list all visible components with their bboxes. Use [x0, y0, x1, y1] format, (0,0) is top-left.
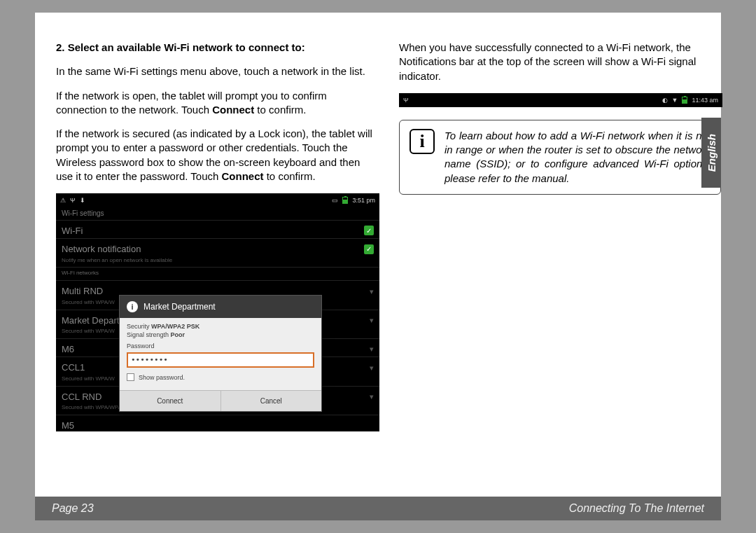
step-heading: 2. Select an available Wi-Fi network to … — [56, 41, 378, 55]
cancel-button[interactable]: Cancel — [221, 391, 322, 412]
wifi-icon: ▾ — [370, 344, 374, 354]
checkbox-icon[interactable] — [127, 373, 134, 381]
show-password-row[interactable]: Show password. — [127, 373, 314, 382]
wifi-connect-dialog: i Market Department Security WPA/WPA2 PS… — [119, 295, 322, 412]
battery-icon — [682, 97, 687, 104]
sync-icon: ◐ — [662, 96, 668, 104]
dialog-header: i Market Department — [120, 296, 321, 318]
status-right-icons: ▭ 3:51 pm — [332, 196, 375, 205]
check-icon: ✓ — [364, 226, 374, 235]
network-row: M5 — [56, 415, 379, 434]
section-title: Connecting To The Internet — [569, 502, 704, 515]
dialog-buttons: Connect Cancel — [120, 390, 321, 412]
wifi-lock-icon: ▾ — [370, 286, 374, 297]
right-paragraph: When you have successfully connected to … — [399, 41, 721, 83]
wifi-lock-icon: ▾ — [370, 392, 374, 402]
status-left-icons: ⚠ Ψ ⬇ — [60, 196, 85, 205]
wifi-signal-icon: ▼ — [672, 96, 678, 104]
wifi-lock-icon: ▾ — [370, 363, 374, 373]
paragraph-2: If the network is open, the tablet will … — [56, 89, 378, 118]
paragraph-1: In the same Wi-Fi settings menu above, t… — [56, 64, 378, 78]
right-column: When you have successfully connected to … — [399, 41, 721, 431]
network-notif-row: Network notification ✓ — [56, 238, 379, 257]
screen-title: Wi-Fi settings — [56, 207, 379, 220]
page-footer: Page 23 Connecting To The Internet — [35, 497, 721, 520]
language-tab: English — [701, 118, 721, 188]
wifi-lock-icon: ▾ — [370, 315, 374, 326]
dialog-title: Market Department — [144, 301, 216, 312]
password-input[interactable]: •••••••• — [127, 352, 314, 368]
usb-icon: Ψ — [403, 96, 409, 104]
battery-icon — [342, 197, 348, 204]
left-column: 2. Select an available Wi-Fi network to … — [56, 41, 378, 431]
usb-icon: Ψ — [70, 196, 76, 205]
paragraph-3: If the network is secured (as indicated … — [56, 127, 378, 184]
status-time: 11:43 am — [692, 96, 718, 104]
notification-bar-screenshot: Ψ ◐ ▼ 11:43 am — [399, 93, 722, 107]
info-icon: i — [410, 129, 435, 154]
manual-page: 2. Select an available Wi-Fi network to … — [35, 13, 721, 520]
info-text: To learn about how to add a Wi-Fi networ… — [444, 129, 710, 186]
info-callout: i To learn about how to add a Wi-Fi netw… — [399, 120, 721, 195]
section-header: Wi-Fi networks — [56, 267, 379, 280]
status-time: 3:51 pm — [352, 196, 375, 205]
check-icon: ✓ — [364, 244, 374, 254]
signal-icon: ▭ — [332, 196, 338, 205]
wifi-toggle-row: Wi-Fi ✓ — [56, 220, 379, 239]
notif-subtext: Notify me when an open network is availa… — [56, 257, 379, 268]
info-icon: i — [127, 301, 138, 312]
warning-icon: ⚠ — [60, 196, 66, 205]
wifi-settings-screenshot: ⚠ Ψ ⬇ ▭ 3:51 pm Wi-Fi settings Wi-Fi ✓ — [56, 193, 379, 431]
status-bar: ⚠ Ψ ⬇ ▭ 3:51 pm — [56, 193, 379, 207]
page-number: Page 23 — [52, 502, 94, 515]
dialog-body: Security WPA/WPA2 PSK Signal strength Po… — [120, 318, 321, 390]
connect-button[interactable]: Connect — [120, 391, 221, 412]
download-icon: ⬇ — [80, 196, 85, 205]
content-columns: 2. Select an available Wi-Fi network to … — [35, 13, 721, 431]
